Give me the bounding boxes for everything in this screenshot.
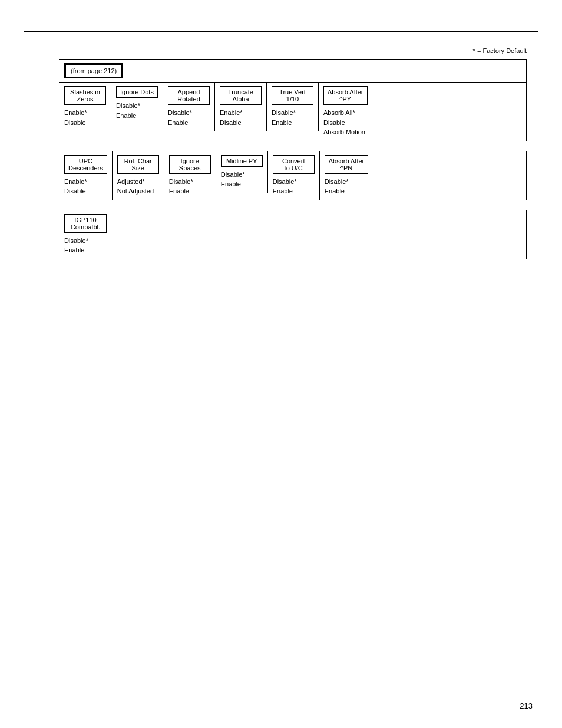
section-cell-5: Absorb After ^PNDisable* Enable	[320, 151, 373, 200]
cell-label-0: IGP110 Compatbl.	[64, 214, 107, 233]
cell-label-5: Absorb After ^PN	[325, 155, 369, 174]
cell-label-4: Convert to U/C	[273, 155, 315, 174]
cell-label-3: Midline PY	[221, 155, 263, 167]
from-page-area: (from page 212)	[59, 60, 526, 83]
cell-label-5: Absorb After ^PY	[323, 86, 368, 105]
top-rule	[24, 31, 538, 32]
cell-options-4: Disable* Enable	[273, 177, 297, 196]
cell-options-3: Disable* Enable	[221, 170, 245, 189]
cell-label-0: Slashes in Zeros	[64, 86, 106, 105]
section-cell-1: Ignore DotsDisable* Enable	[111, 83, 163, 124]
section-cell-0: UPC DescendersEnable* Disable	[59, 151, 113, 200]
cell-label-2: Ignore Spaces	[169, 155, 211, 174]
cell-options-1: Disable* Enable	[116, 101, 140, 120]
cell-options-3: Enable* Disable	[220, 108, 243, 127]
section3-body: IGP110 Compatbl.Disable* Enable	[59, 210, 526, 259]
section-cell-3: Truncate AlphaEnable* Disable	[215, 83, 267, 131]
section-cell-0: Slashes in ZerosEnable* Disable	[59, 83, 111, 131]
section-cell-0: IGP110 Compatbl.Disable* Enable	[59, 210, 111, 259]
cell-options-2: Disable* Enable	[169, 177, 193, 196]
cell-label-0: UPC Descenders	[64, 155, 107, 174]
page-content: * = Factory Default (from page 212) Slas…	[59, 47, 527, 269]
section2-body: UPC DescendersEnable* DisableRot. Char S…	[59, 151, 526, 200]
section-cell-1: Rot. Char SizeAdjusted* Not Adjusted	[113, 151, 164, 200]
cell-label-1: Ignore Dots	[116, 86, 158, 98]
cell-label-3: Truncate Alpha	[220, 86, 262, 105]
section-cell-2: Append RotatedDisable* Enable	[163, 83, 215, 131]
section1-body: Slashes in ZerosEnable* DisableIgnore Do…	[59, 83, 526, 141]
section3-container: IGP110 Compatbl.Disable* Enable	[59, 210, 527, 259]
factory-default-note: * = Factory Default	[59, 47, 527, 54]
from-page-box: (from page 212)	[64, 63, 123, 78]
section-cell-3: Midline PYDisable* Enable	[216, 151, 268, 193]
cell-options-1: Adjusted* Not Adjusted	[117, 177, 154, 196]
cell-options-5: Absorb All* Disable Absorb Motion	[323, 108, 365, 137]
cell-options-2: Disable* Enable	[168, 108, 192, 127]
cell-options-0: Disable* Enable	[64, 236, 88, 255]
section-cell-5: Absorb After ^PYAbsorb All* Disable Abso…	[319, 83, 372, 141]
page-number: 213	[520, 701, 533, 710]
cell-label-2: Append Rotated	[168, 86, 210, 105]
cell-options-4: Disable* Enable	[272, 108, 296, 127]
cell-label-4: True Vert 1/10	[272, 86, 313, 105]
section-cell-4: True Vert 1/10Disable* Enable	[267, 83, 319, 131]
cell-options-0: Enable* Disable	[64, 177, 87, 196]
section-cell-4: Convert to U/CDisable* Enable	[268, 151, 320, 200]
cell-label-1: Rot. Char Size	[117, 155, 159, 174]
section1-container: (from page 212) Slashes in ZerosEnable* …	[59, 59, 527, 141]
cell-options-0: Enable* Disable	[64, 108, 87, 127]
section-cell-2: Ignore SpacesDisable* Enable	[164, 151, 216, 200]
cell-options-5: Disable* Enable	[325, 177, 349, 196]
section2-container: UPC DescendersEnable* DisableRot. Char S…	[59, 151, 527, 200]
